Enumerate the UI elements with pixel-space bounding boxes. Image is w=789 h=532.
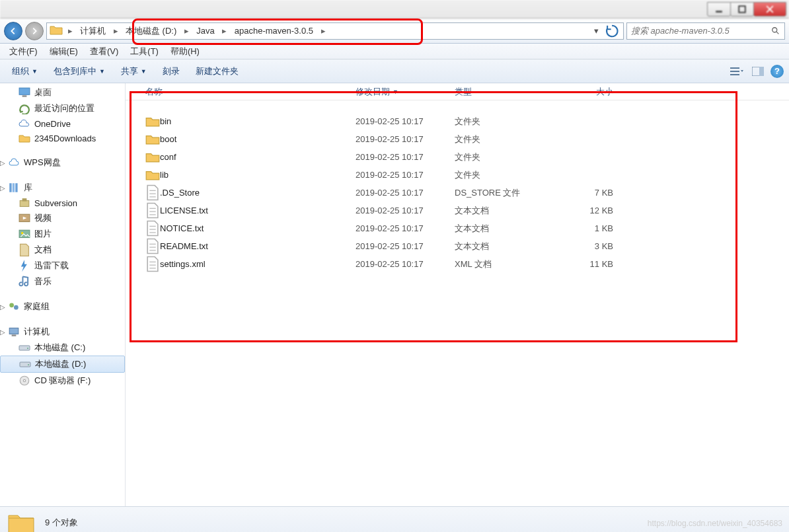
column-headers: 名称 修改日期▼ 类型 大小: [126, 83, 789, 100]
organize-button[interactable]: 组织▼: [5, 63, 44, 80]
burn-button[interactable]: 刻录: [156, 63, 186, 80]
sidebar-drive-item[interactable]: 本地磁盘 (C:): [0, 340, 125, 356]
file-type: 文件夹: [455, 151, 554, 163]
folder-icon: [145, 169, 160, 180]
sidebar-label: 图片: [34, 228, 52, 240]
file-row[interactable]: conf2019-02-25 10:17文件夹: [126, 148, 789, 166]
chevron-right-icon[interactable]: ▸: [182, 26, 191, 36]
sidebar-label: CD 驱动器 (F:): [34, 375, 91, 387]
sidebar-drive-item[interactable]: CD 驱动器 (F:): [0, 373, 125, 389]
svg-point-2: [772, 27, 777, 32]
close-button[interactable]: [753, 2, 786, 17]
preview-pane-button[interactable]: [749, 64, 767, 79]
minimize-button[interactable]: [707, 2, 731, 17]
sidebar-favorite-item[interactable]: OneDrive: [0, 116, 125, 131]
file-list: bin2019-02-25 10:17文件夹boot2019-02-25 10:…: [126, 100, 789, 273]
sidebar-library-item[interactable]: 迅雷下载: [0, 258, 125, 274]
file-name: README.txt: [160, 241, 356, 251]
breadcrumb-segment[interactable]: apache-maven-3.0.5: [229, 23, 319, 39]
sidebar-library-item[interactable]: 文档: [0, 242, 125, 258]
sidebar-favorite-item[interactable]: 最近访问的位置: [0, 100, 125, 116]
svg-rect-10: [9, 183, 11, 192]
menu-view[interactable]: 查看(V): [85, 44, 124, 59]
svg-point-23: [27, 348, 28, 349]
chevron-right-icon[interactable]: ▸: [319, 26, 328, 36]
svg-point-17: [21, 232, 23, 234]
search-box[interactable]: [626, 22, 785, 40]
breadcrumb-segment[interactable]: 本地磁盘 (D:): [120, 23, 182, 39]
sidebar-libraries[interactable]: ▷ 库: [0, 180, 125, 196]
sidebar: 桌面最近访问的位置OneDrive2345Downloads ▷ WPS网盘 ▷…: [0, 83, 126, 506]
sidebar-library-item[interactable]: Subversion: [0, 196, 125, 210]
sidebar-label: 文档: [34, 244, 52, 256]
share-button[interactable]: 共享▼: [114, 63, 153, 80]
refresh-icon[interactable]: [605, 24, 619, 38]
expander-icon[interactable]: ▷: [0, 159, 7, 167]
menu-file[interactable]: 文件(F): [4, 44, 43, 59]
include-button[interactable]: 包含到库中▼: [47, 63, 112, 80]
sidebar-drive-item[interactable]: 本地磁盘 (D:): [0, 356, 125, 373]
sidebar-label: 最近访问的位置: [34, 102, 94, 114]
chevron-right-icon[interactable]: ▸: [111, 26, 120, 36]
file-name: boot: [160, 134, 356, 144]
forward-button[interactable]: [25, 22, 44, 40]
breadcrumb-segment[interactable]: Java: [191, 23, 219, 39]
sidebar-label: Subversion: [34, 198, 77, 208]
svg-rect-11: [13, 183, 15, 192]
menu-tools[interactable]: 工具(T): [125, 44, 164, 59]
breadcrumb-segment[interactable]: 计算机: [75, 23, 111, 39]
breadcrumb[interactable]: ▸ 计算机 ▸ 本地磁盘 (D:) ▸ Java ▸ apache-maven-…: [46, 22, 624, 40]
chevron-right-icon[interactable]: ▸: [220, 26, 229, 36]
file-date: 2019-02-25 10:17: [356, 170, 455, 180]
newfolder-button[interactable]: 新建文件夹: [189, 63, 245, 80]
pictures-icon: [19, 229, 30, 239]
maximize-button[interactable]: [730, 2, 754, 17]
file-row[interactable]: lib2019-02-25 10:17文件夹: [126, 166, 789, 184]
sidebar-library-item[interactable]: 图片: [0, 226, 125, 242]
menu-edit[interactable]: 编辑(E): [44, 44, 83, 59]
sidebar-label: 家庭组: [24, 301, 50, 313]
svg-rect-8: [19, 88, 30, 95]
homegroup-icon: [8, 301, 20, 312]
column-name[interactable]: 名称: [145, 86, 356, 98]
sidebar-label: 本地磁盘 (D:): [35, 358, 86, 370]
column-size[interactable]: 大小: [554, 86, 613, 98]
file-row[interactable]: README.txt2019-02-25 10:17文本文档3 KB: [126, 237, 789, 255]
search-input[interactable]: [631, 26, 771, 36]
svg-rect-7: [759, 67, 764, 76]
content-pane: 名称 修改日期▼ 类型 大小 bin2019-02-25 10:17文件夹boo…: [126, 83, 789, 506]
menu-help[interactable]: 帮助(H): [165, 44, 205, 59]
view-options-button[interactable]: [728, 64, 745, 79]
file-row[interactable]: .DS_Store2019-02-25 10:17DS_STORE 文件7 KB: [126, 184, 789, 202]
sidebar-homegroup[interactable]: ▷ 家庭组: [0, 299, 125, 315]
file-row[interactable]: LICENSE.txt2019-02-25 10:17文本文档12 KB: [126, 202, 789, 219]
history-dropdown-icon[interactable]: ▾: [589, 24, 603, 38]
text-icon: [145, 256, 160, 272]
expander-icon[interactable]: ▷: [0, 328, 7, 336]
column-type[interactable]: 类型: [455, 86, 554, 98]
expander-icon[interactable]: ▷: [0, 184, 7, 192]
sidebar-library-item[interactable]: 音乐: [0, 274, 125, 289]
help-button[interactable]: ?: [770, 65, 784, 78]
file-row[interactable]: NOTICE.txt2019-02-25 10:17文本文档1 KB: [126, 219, 789, 237]
sidebar-computer[interactable]: ▷ 计算机: [0, 324, 125, 340]
sidebar-library-item[interactable]: 视频: [0, 210, 125, 226]
chevron-right-icon[interactable]: ▸: [65, 26, 75, 36]
file-row[interactable]: bin2019-02-25 10:17文件夹: [126, 112, 789, 130]
file-name: NOTICE.txt: [160, 223, 356, 233]
svg-rect-20: [9, 328, 19, 334]
svg-rect-14: [22, 198, 27, 202]
file-name: LICENSE.txt: [160, 206, 356, 215]
file-size: 12 KB: [554, 206, 613, 215]
sidebar-label: 音乐: [34, 276, 52, 287]
sidebar-favorite-item[interactable]: 2345Downloads: [0, 131, 125, 145]
svg-rect-4: [730, 71, 739, 72]
sidebar-wps[interactable]: ▷ WPS网盘: [0, 155, 125, 171]
file-row[interactable]: settings.xml2019-02-25 10:17XML 文档11 KB: [126, 255, 789, 273]
sidebar-favorite-item[interactable]: 桌面: [0, 85, 125, 100]
file-row[interactable]: boot2019-02-25 10:17文件夹: [126, 130, 789, 148]
back-button[interactable]: [4, 22, 22, 40]
expander-icon[interactable]: ▷: [0, 303, 7, 311]
column-date[interactable]: 修改日期▼: [356, 86, 455, 98]
sidebar-label: 视频: [34, 212, 52, 224]
